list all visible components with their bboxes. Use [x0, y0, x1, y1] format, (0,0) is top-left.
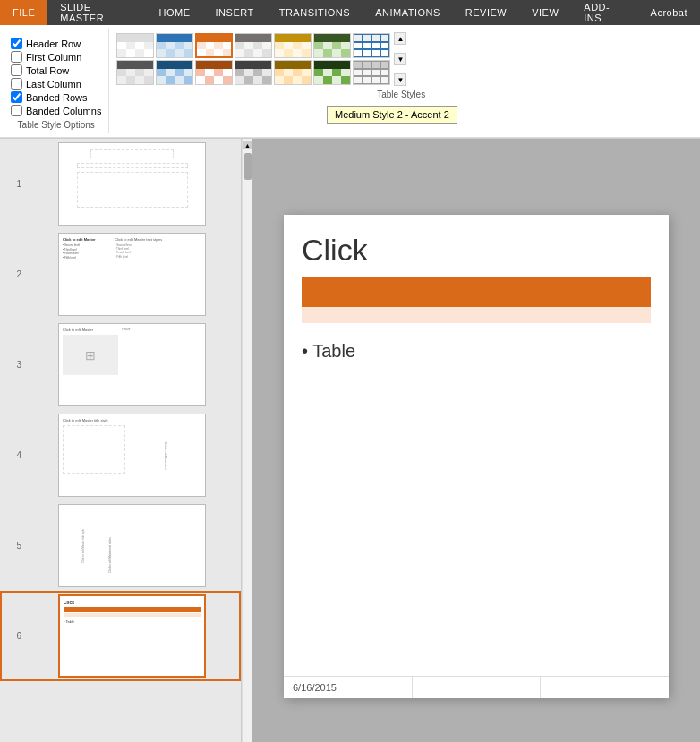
tab-animations[interactable]: ANIMATIONS [363, 0, 453, 25]
footer-date: 6/16/2015 [284, 677, 413, 698]
scrollbar-up[interactable]: ▲ [243, 141, 252, 149]
total-row-checkbox[interactable] [11, 64, 22, 76]
scrollbar-thumb[interactable] [244, 153, 252, 180]
tab-transitions[interactable]: TRANSITIONS [267, 0, 363, 25]
footer-middle [413, 677, 542, 698]
tab-home[interactable]: HOME [147, 0, 203, 25]
table-style-orange-2[interactable] [195, 60, 233, 85]
table-styles-group: ▲ ▼ ▼ Table Styles [109, 29, 693, 103]
slide-thumb-1[interactable] [58, 142, 206, 226]
table-style-orange-medium2[interactable] [195, 33, 233, 58]
banded-columns-label: Banded Columns [26, 106, 101, 116]
table-style-yellow-2[interactable] [274, 60, 312, 85]
table-style-options-label: Table Style Options [11, 116, 101, 130]
slide-footer: 6/16/2015 [284, 676, 669, 698]
slide-table-header [302, 277, 651, 323]
slide-thumb-4[interactable]: Click to edit Master title style Click t… [58, 414, 206, 497]
header-row-checkbox[interactable] [11, 38, 22, 49]
slide-thumb-5[interactable]: Click to edit Master title style Click t… [58, 504, 206, 587]
slide-item-1[interactable]: 1 [0, 139, 241, 229]
checkboxes-container: Header Row First Column Total Row Last C… [11, 38, 101, 116]
table-style-blue-1[interactable] [156, 33, 193, 58]
styles-grid [116, 33, 390, 85]
slide-bullet-text: • Table [302, 341, 651, 362]
table-style-options-group: Header Row First Column Total Row Last C… [4, 29, 109, 133]
last-column-option[interactable]: Last Column [11, 78, 101, 90]
slide-title-section: Click [284, 215, 669, 268]
banded-rows-option[interactable]: Banded Rows [11, 91, 101, 103]
total-row-option[interactable]: Total Row [11, 64, 101, 76]
ribbon-content: Header Row First Column Total Row Last C… [0, 25, 700, 138]
scroll-down-arrow[interactable]: ▼ [394, 53, 406, 65]
table-style-outline-blue[interactable] [353, 33, 390, 58]
slide-panel: 1 2 Click to edit Master • Second level•… [0, 139, 242, 742]
header-row-label: Header Row [26, 38, 81, 49]
slide-number-3: 3 [4, 360, 21, 370]
slide-light-orange-bar [302, 307, 651, 323]
banded-columns-option[interactable]: Banded Columns [11, 105, 101, 116]
table-style-none-2[interactable] [116, 60, 154, 85]
slide-number-5: 5 [4, 541, 21, 550]
table-style-outline-gray[interactable] [353, 60, 390, 85]
table-style-blue-2[interactable] [156, 60, 193, 85]
table-style-gray-1[interactable] [235, 33, 272, 58]
slide-orange-bar [302, 277, 651, 307]
slide-item-6[interactable]: 6 Click • Table 6/16/2015 [0, 591, 241, 681]
banded-rows-label: Banded Rows [26, 92, 88, 103]
scroll-more-arrow[interactable]: ▼ [394, 73, 406, 86]
slide-content-area: Click • Table 6/16/2015 [252, 139, 700, 742]
table-styles-label: Table Styles [116, 86, 686, 99]
slide-thumb-6[interactable]: Click • Table 6/16/2015 [58, 594, 206, 678]
last-column-checkbox[interactable] [11, 78, 22, 90]
slide-thumb-3[interactable]: Click to edit Master ⊞ Picture [58, 323, 206, 406]
tab-view[interactable]: VIEW [519, 0, 571, 25]
total-row-label: Total Row [26, 65, 69, 76]
slide-number-6: 6 [4, 631, 21, 641]
tab-file[interactable]: FILE [0, 0, 47, 25]
first-column-label: First Column [26, 52, 81, 63]
tab-insert[interactable]: INSERT [203, 0, 267, 25]
table-style-green-2[interactable] [313, 60, 351, 85]
styles-grid-container: ▲ ▼ ▼ [116, 32, 686, 86]
table-style-gray-2[interactable] [235, 60, 272, 85]
table-style-none[interactable] [116, 33, 154, 58]
slide-number-1: 1 [4, 179, 21, 189]
slide-thumb-2[interactable]: Click to edit Master • Second level• Thi… [58, 233, 206, 316]
style-scroll-arrows: ▲ ▼ ▼ [394, 32, 406, 86]
tab-bar: FILE SLIDE MASTER HOME INSERT TRANSITION… [0, 0, 700, 25]
slide-bullet-section: • Table [284, 323, 669, 362]
first-column-option[interactable]: First Column [11, 51, 101, 63]
slide-panel-scrollbar[interactable]: ▲ ▼ [242, 139, 252, 742]
banded-columns-checkbox[interactable] [11, 105, 22, 116]
slide-item-2[interactable]: 2 Click to edit Master • Second level• T… [0, 229, 241, 320]
slide-item-5[interactable]: 5 Click to edit Master title style Click… [0, 500, 241, 591]
slide-item-3[interactable]: 3 Click to edit Master ⊞ Picture [0, 320, 241, 410]
slide-canvas: Click • Table 6/16/2015 [284, 215, 669, 698]
table-style-yellow-1[interactable] [274, 33, 312, 58]
banded-rows-checkbox[interactable] [11, 91, 22, 103]
first-column-checkbox[interactable] [11, 51, 22, 63]
tab-add-ins[interactable]: ADD-INS [571, 0, 637, 25]
header-row-option[interactable]: Header Row [11, 38, 101, 49]
slide-number-4: 4 [4, 450, 21, 460]
scroll-up-arrow[interactable]: ▲ [394, 32, 406, 45]
slide-item-4[interactable]: 4 Click to edit Master title style Click… [0, 410, 241, 500]
tab-review[interactable]: REVIEW [453, 0, 519, 25]
tab-slide-master[interactable]: SLIDE MASTER [47, 0, 146, 25]
tab-acrobat[interactable]: Acrobat [638, 0, 700, 25]
table-style-green-1[interactable] [313, 33, 351, 58]
slide-number-2: 2 [4, 269, 21, 279]
last-column-label: Last Column [26, 79, 81, 90]
main-area: 1 2 Click to edit Master • Second level•… [0, 139, 700, 742]
footer-page [541, 677, 669, 698]
slide-main-title: Click [302, 233, 651, 268]
